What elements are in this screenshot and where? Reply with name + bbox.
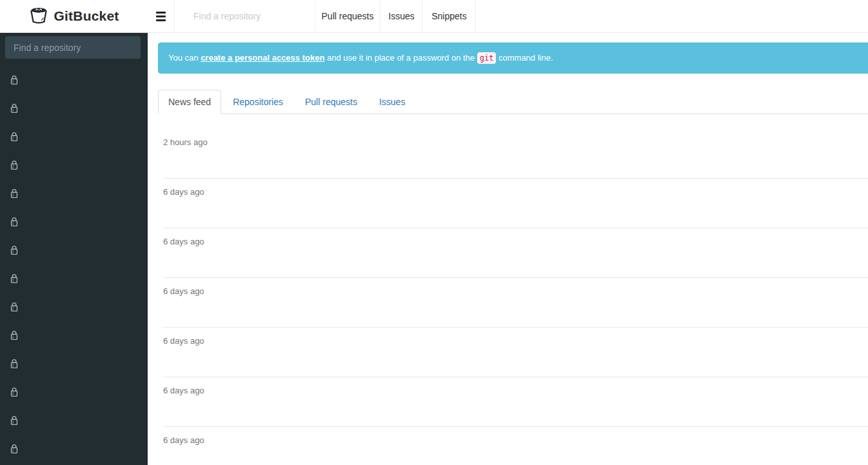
lock-icon	[10, 217, 19, 228]
lock-icon	[10, 160, 19, 171]
feed-item: 6 days ago	[163, 179, 868, 228]
top-navbar: GitBucket Pull requests Issues Snippets	[0, 0, 868, 33]
feed-timestamp: 6 days ago	[163, 187, 868, 197]
lock-icon	[10, 132, 19, 143]
feed-timestamp: 6 days ago	[163, 286, 868, 296]
sidebar-repo-item[interactable]	[0, 293, 148, 321]
feed-timestamp: 6 days ago	[163, 435, 868, 445]
feed-timestamp: 6 days ago	[163, 237, 868, 246]
lock-icon	[10, 273, 19, 284]
lock-icon	[10, 302, 19, 313]
feed-item: 2 hours ago	[163, 129, 868, 179]
banner-text: and use it in place of a password on the	[324, 53, 477, 63]
main-content: You can create a personal access token a…	[148, 33, 868, 465]
lock-icon	[10, 75, 19, 86]
lock-icon	[10, 188, 19, 199]
sidebar-repo-item[interactable]	[0, 236, 148, 264]
nav-item-snippets[interactable]: Snippets	[423, 0, 476, 32]
sidebar-repo-item[interactable]	[0, 66, 148, 94]
sidebar-repo-item[interactable]	[0, 321, 148, 350]
repository-sidebar	[0, 32, 148, 465]
tab-repositories[interactable]: Repositories	[222, 90, 293, 114]
feed-timestamp: 6 days ago	[163, 336, 868, 346]
top-nav-menu: Pull requests Issues Snippets	[315, 0, 476, 32]
nav-item-issues[interactable]: Issues	[380, 0, 423, 32]
sidebar-repo-item[interactable]	[0, 94, 148, 123]
sidebar-repo-item[interactable]	[0, 264, 148, 293]
tab-pull-requests[interactable]: Pull requests	[295, 90, 368, 114]
create-access-token-link[interactable]: create a personal access token	[201, 53, 324, 63]
lock-icon	[10, 103, 19, 114]
brand-title: GitBucket	[54, 8, 119, 24]
feed-item: 6 days ago	[163, 228, 868, 278]
sidebar-toggle-button[interactable]	[148, 0, 175, 32]
lock-icon	[10, 359, 19, 370]
dashboard-tabs: News feed Repositories Pull requests Iss…	[158, 90, 868, 114]
banner-text: You can	[168, 53, 201, 63]
feed-timestamp: 2 hours ago	[163, 137, 868, 147]
hamburger-icon	[156, 12, 166, 14]
sidebar-repo-item[interactable]	[0, 151, 148, 179]
git-code-chip: git	[477, 52, 497, 64]
sidebar-repo-item[interactable]	[0, 406, 148, 435]
access-token-info-banner: You can create a personal access token a…	[158, 43, 868, 74]
brand-logo[interactable]: GitBucket	[0, 0, 148, 32]
news-feed-list: 2 hours ago 6 days ago 6 days ago 6 days…	[163, 129, 868, 465]
sidebar-repo-item[interactable]	[0, 179, 148, 208]
sidebar-repo-item[interactable]	[0, 208, 148, 236]
gitbucket-bucket-icon	[29, 5, 48, 27]
feed-timestamp: 6 days ago	[163, 386, 868, 395]
sidebar-repo-item[interactable]	[0, 435, 148, 463]
lock-icon	[10, 387, 19, 398]
nav-item-pull-requests[interactable]: Pull requests	[315, 0, 380, 32]
sidebar-repo-item[interactable]	[0, 350, 148, 378]
feed-item: 6 days ago	[163, 427, 868, 465]
feed-item: 6 days ago	[163, 278, 868, 328]
lock-icon	[10, 245, 19, 256]
sidebar-repo-item[interactable]	[0, 378, 148, 406]
lock-icon	[10, 415, 19, 426]
lock-icon	[10, 444, 19, 455]
sidebar-repo-list	[0, 66, 148, 463]
global-repo-search-input[interactable]	[175, 0, 310, 32]
sidebar-repo-search-input[interactable]	[5, 36, 141, 59]
tab-issues[interactable]: Issues	[369, 90, 415, 114]
feed-item: 6 days ago	[163, 377, 868, 427]
banner-text: command line.	[496, 53, 553, 63]
feed-item: 6 days ago	[163, 328, 868, 377]
lock-icon	[10, 330, 19, 341]
sidebar-repo-item[interactable]	[0, 123, 148, 151]
tab-news-feed[interactable]: News feed	[158, 90, 221, 114]
